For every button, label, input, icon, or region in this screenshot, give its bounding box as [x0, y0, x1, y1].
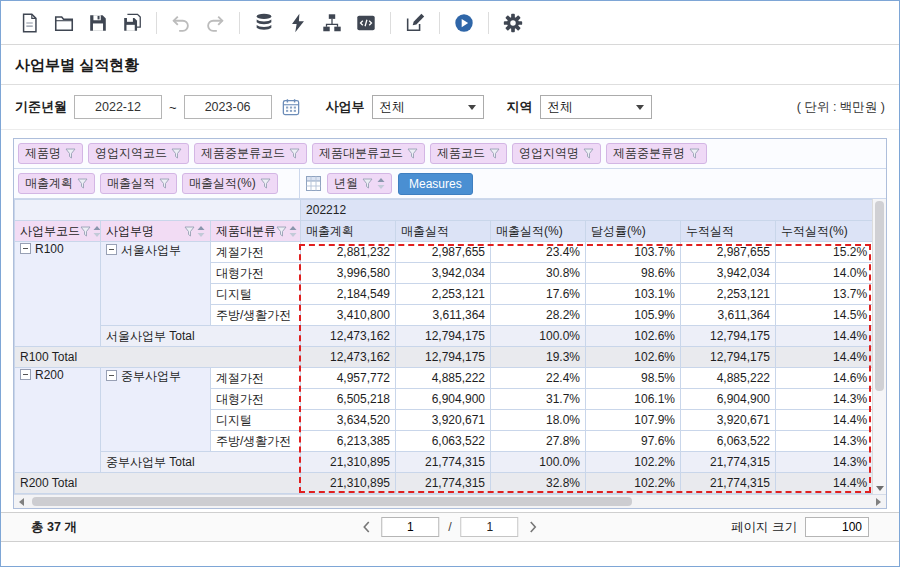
value-cell[interactable]: 21,310,895: [301, 473, 396, 494]
division-name-cell[interactable]: 서울사업부: [101, 242, 211, 326]
value-cell[interactable]: 6,213,385: [301, 431, 396, 452]
value-cell[interactable]: 2,253,121: [681, 284, 776, 305]
collapse-icon[interactable]: [20, 243, 31, 254]
value-cell[interactable]: 6,904,900: [396, 389, 491, 410]
dimension-chip[interactable]: 영업지역코드: [88, 143, 189, 164]
period-to-input[interactable]: [184, 95, 272, 119]
measure-header[interactable]: 달성률(%): [586, 221, 681, 242]
value-cell[interactable]: 107.9%: [586, 410, 681, 431]
value-cell[interactable]: 14.0%: [776, 263, 873, 284]
value-cell[interactable]: 12,473,162: [301, 326, 396, 347]
value-cell[interactable]: 6,063,522: [396, 431, 491, 452]
current-page-input[interactable]: [381, 517, 439, 537]
value-cell[interactable]: 98.5%: [586, 368, 681, 389]
row-dimension-header[interactable]: 제품대분류: [211, 221, 301, 242]
redo-icon[interactable]: [198, 7, 232, 39]
value-cell[interactable]: 14.4%: [776, 347, 873, 368]
row-dimension-header[interactable]: 사업부명: [101, 221, 211, 242]
measure-chip[interactable]: 매출실적(%): [182, 173, 278, 194]
category-cell[interactable]: 대형가전: [211, 263, 301, 284]
value-cell[interactable]: 6,063,522: [681, 431, 776, 452]
calendar-icon[interactable]: [279, 95, 303, 119]
code-view-icon[interactable]: [349, 7, 383, 39]
measure-chip[interactable]: 매출실적: [100, 173, 177, 194]
horizontal-scrollbar-thumb[interactable]: [32, 497, 632, 506]
value-cell[interactable]: 2,987,655: [396, 242, 491, 263]
value-cell[interactable]: 102.2%: [586, 452, 681, 473]
division-code-cell[interactable]: R100: [15, 242, 101, 347]
filter-icon[interactable]: [159, 178, 170, 189]
value-cell[interactable]: 2,253,121: [396, 284, 491, 305]
dimension-chip[interactable]: 제품코드: [430, 143, 507, 164]
filter-icon[interactable]: [80, 226, 91, 237]
filter-icon[interactable]: [583, 148, 594, 159]
open-folder-icon[interactable]: [47, 7, 81, 39]
settings-icon[interactable]: [496, 7, 530, 39]
column-field-chip[interactable]: 년월: [327, 173, 392, 194]
value-cell[interactable]: 28.2%: [491, 305, 586, 326]
filter-icon[interactable]: [184, 226, 195, 237]
collapse-icon[interactable]: [106, 244, 117, 255]
value-cell[interactable]: 12,794,175: [681, 347, 776, 368]
value-cell[interactable]: 12,473,162: [301, 347, 396, 368]
filter-icon[interactable]: [689, 148, 700, 159]
value-cell[interactable]: 3,634,520: [301, 410, 396, 431]
scroll-down-icon[interactable]: [876, 486, 884, 491]
prev-page-icon[interactable]: [360, 521, 372, 533]
category-cell[interactable]: 계절가전: [211, 368, 301, 389]
value-cell[interactable]: 12,794,175: [396, 347, 491, 368]
value-cell[interactable]: 100.0%: [491, 326, 586, 347]
value-cell[interactable]: 102.6%: [586, 326, 681, 347]
value-cell[interactable]: 14.3%: [776, 452, 873, 473]
measure-header[interactable]: 누적실적: [681, 221, 776, 242]
filter-icon[interactable]: [407, 148, 418, 159]
scroll-right-icon[interactable]: [876, 498, 881, 506]
pivot-grid-icon[interactable]: [306, 176, 321, 191]
value-cell[interactable]: 4,885,222: [396, 368, 491, 389]
value-cell[interactable]: 103.1%: [586, 284, 681, 305]
value-cell[interactable]: 4,957,772: [301, 368, 396, 389]
value-cell[interactable]: 21,774,315: [681, 452, 776, 473]
database-icon[interactable]: [247, 7, 281, 39]
value-cell[interactable]: 2,184,549: [301, 284, 396, 305]
value-cell[interactable]: 3,920,671: [396, 410, 491, 431]
value-cell[interactable]: 14.4%: [776, 410, 873, 431]
value-cell[interactable]: 3,611,364: [396, 305, 491, 326]
value-cell[interactable]: 27.8%: [491, 431, 586, 452]
scroll-left-icon[interactable]: [19, 498, 24, 506]
value-cell[interactable]: 14.6%: [776, 368, 873, 389]
value-cell[interactable]: 12,794,175: [396, 326, 491, 347]
filter-icon[interactable]: [171, 148, 182, 159]
value-cell[interactable]: 14.3%: [776, 389, 873, 410]
measure-chip[interactable]: 매출계획: [18, 173, 95, 194]
value-cell[interactable]: 22.4%: [491, 368, 586, 389]
sort-icon[interactable]: [93, 226, 101, 237]
value-cell[interactable]: 100.0%: [491, 452, 586, 473]
dimension-chip[interactable]: 제품명: [18, 143, 83, 164]
page-size-input[interactable]: [805, 517, 869, 537]
value-cell[interactable]: 98.6%: [586, 263, 681, 284]
category-cell[interactable]: 계절가전: [211, 242, 301, 263]
value-cell[interactable]: 6,505,218: [301, 389, 396, 410]
value-cell[interactable]: 2,881,232: [301, 242, 396, 263]
value-cell[interactable]: 103.7%: [586, 242, 681, 263]
horizontal-scrollbar[interactable]: [14, 494, 886, 508]
value-cell[interactable]: 3,942,034: [396, 263, 491, 284]
category-cell[interactable]: 주방/생활가전: [211, 305, 301, 326]
division-select[interactable]: 전체: [372, 95, 484, 119]
value-cell[interactable]: 21,310,895: [301, 452, 396, 473]
category-cell[interactable]: 대형가전: [211, 389, 301, 410]
dimension-chip[interactable]: 제품중분류코드: [194, 143, 307, 164]
value-cell[interactable]: 32.8%: [491, 473, 586, 494]
vertical-scrollbar-thumb[interactable]: [875, 201, 884, 391]
category-cell[interactable]: 디지털: [211, 410, 301, 431]
measure-header[interactable]: 매출계획: [301, 221, 396, 242]
category-cell[interactable]: 주방/생활가전: [211, 431, 301, 452]
value-cell[interactable]: 14.3%: [776, 431, 873, 452]
value-cell[interactable]: 21,774,315: [396, 452, 491, 473]
value-cell[interactable]: 21,774,315: [396, 473, 491, 494]
dimension-chip[interactable]: 제품중분류명: [606, 143, 707, 164]
value-cell[interactable]: 19.3%: [491, 347, 586, 368]
value-cell[interactable]: 15.2%: [776, 242, 873, 263]
collapse-icon[interactable]: [20, 369, 31, 380]
